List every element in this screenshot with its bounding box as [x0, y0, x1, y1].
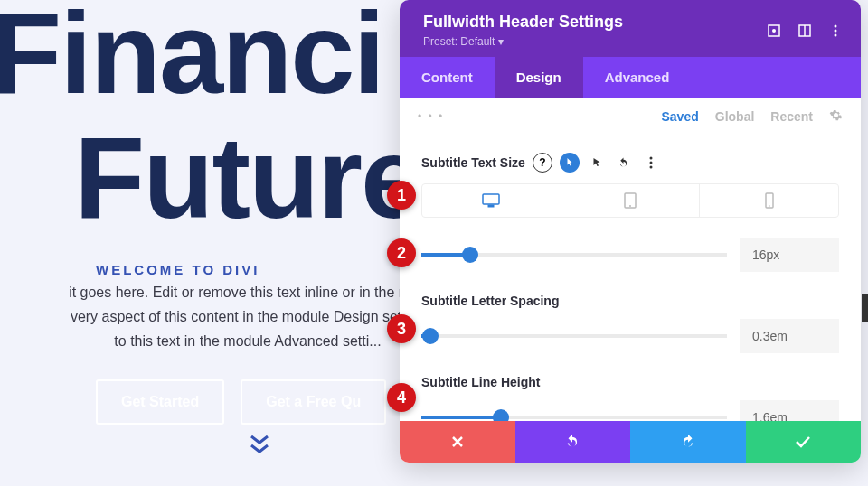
panel-title: Fullwidth Header Settings — [423, 13, 623, 32]
gear-icon[interactable] — [829, 108, 843, 125]
save-button[interactable] — [746, 421, 862, 463]
scroll-down-icon[interactable] — [249, 434, 270, 463]
settings-panel: Fullwidth Header Settings Preset: Defaul… — [400, 0, 861, 463]
svg-point-6 — [835, 33, 837, 36]
marker-4: 4 — [387, 383, 416, 412]
expand-icon[interactable] — [767, 23, 781, 38]
more-icon[interactable] — [828, 23, 843, 38]
svg-point-5 — [835, 29, 837, 32]
saved-link[interactable]: Saved — [662, 109, 699, 124]
global-link[interactable]: Global — [715, 109, 755, 124]
tab-advanced[interactable]: Advanced — [583, 57, 692, 98]
svg-point-7 — [649, 157, 652, 160]
tab-design[interactable]: Design — [495, 57, 583, 98]
svg-rect-10 — [483, 194, 499, 204]
device-tablet[interactable] — [561, 184, 701, 217]
options-icon[interactable] — [641, 153, 661, 173]
text-size-value[interactable]: 16px — [740, 238, 839, 272]
redo-button[interactable] — [630, 421, 746, 463]
device-desktop[interactable] — [422, 184, 561, 217]
tab-content[interactable]: Content — [400, 57, 495, 98]
cancel-button[interactable] — [400, 421, 515, 463]
svg-point-13 — [629, 205, 631, 207]
page-headline-line1: Financi — [0, 0, 383, 114]
device-phone[interactable] — [700, 184, 838, 217]
undo-button[interactable] — [515, 421, 631, 463]
columns-icon[interactable] — [797, 23, 812, 38]
line-height-value[interactable]: 1.6em — [740, 400, 839, 421]
marker-3: 3 — [387, 314, 416, 343]
line-height-slider[interactable] — [421, 416, 727, 419]
hover-icon[interactable] — [560, 153, 580, 173]
page-headline-line2: Future — [74, 117, 423, 238]
text-size-slider[interactable] — [421, 253, 727, 257]
letter-spacing-value[interactable]: 0.3em — [740, 319, 839, 353]
recent-link[interactable]: Recent — [770, 109, 813, 124]
line-height-label: Subtitle Line Height — [421, 375, 839, 389]
side-tab[interactable] — [862, 294, 868, 322]
get-quote-button[interactable]: Get a Free Qu — [241, 379, 386, 425]
cursor-icon[interactable] — [587, 153, 607, 173]
svg-point-8 — [649, 162, 652, 164]
marker-1: 1 — [387, 181, 416, 210]
help-icon[interactable]: ? — [533, 153, 552, 173]
svg-point-4 — [835, 24, 837, 27]
letter-spacing-label: Subtitle Letter Spacing — [421, 294, 839, 308]
reset-icon[interactable] — [614, 153, 634, 173]
panel-preset[interactable]: Preset: Default ▾ — [423, 35, 623, 48]
svg-point-15 — [769, 205, 770, 207]
svg-rect-11 — [488, 205, 494, 207]
page-subtitle: Welcome to Divi — [96, 262, 259, 277]
get-started-button[interactable]: Get Started — [96, 379, 224, 425]
svg-point-1 — [772, 29, 776, 33]
drag-handle-icon[interactable]: • • • — [418, 110, 444, 123]
subtitle-text-size-label: Subtitle Text Size — [421, 155, 525, 170]
marker-2: 2 — [387, 238, 416, 267]
svg-point-9 — [649, 166, 652, 169]
letter-spacing-slider[interactable] — [421, 334, 727, 338]
